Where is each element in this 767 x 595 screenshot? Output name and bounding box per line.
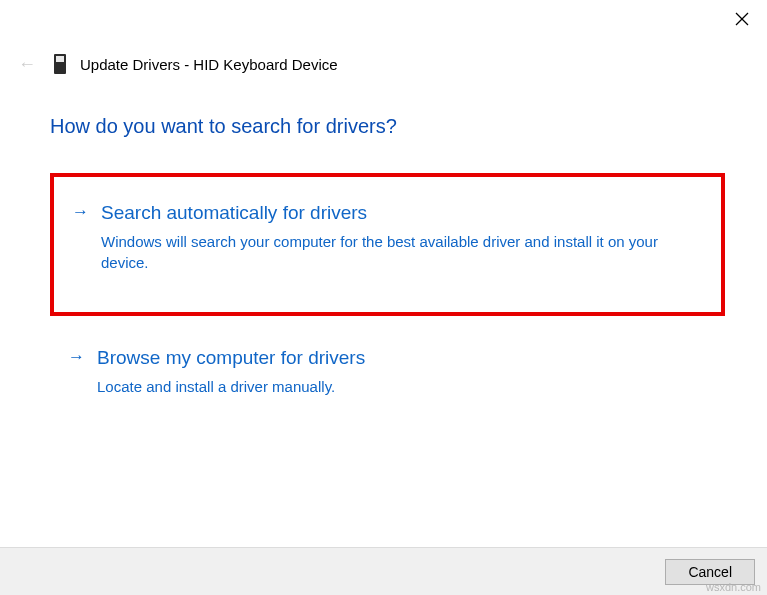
update-drivers-dialog: ← Update Drivers - HID Keyboard Device H… xyxy=(0,0,767,595)
option-title: Browse my computer for drivers xyxy=(97,346,699,371)
option-row: → Browse my computer for drivers Locate … xyxy=(68,346,699,397)
option-body: Browse my computer for drivers Locate an… xyxy=(97,346,699,397)
device-icon xyxy=(54,54,66,74)
dialog-footer: Cancel xyxy=(0,547,767,595)
close-icon xyxy=(735,12,749,26)
watermark: wsxdn.com xyxy=(706,581,761,593)
close-button[interactable] xyxy=(735,12,749,26)
option-description: Windows will search your computer for th… xyxy=(101,231,695,275)
option-browse-computer[interactable]: → Browse my computer for drivers Locate … xyxy=(50,324,725,419)
option-search-automatically[interactable]: → Search automatically for drivers Windo… xyxy=(50,173,725,316)
dialog-title: Update Drivers - HID Keyboard Device xyxy=(80,56,338,73)
option-row: → Search automatically for drivers Windo… xyxy=(72,201,695,274)
dialog-header: ← Update Drivers - HID Keyboard Device xyxy=(18,54,338,74)
option-title: Search automatically for drivers xyxy=(101,201,695,226)
back-arrow-icon: ← xyxy=(18,55,36,73)
option-description: Locate and install a driver manually. xyxy=(97,376,699,398)
main-question: How do you want to search for drivers? xyxy=(50,115,397,138)
option-body: Search automatically for drivers Windows… xyxy=(101,201,695,274)
arrow-right-icon: → xyxy=(72,201,89,223)
arrow-right-icon: → xyxy=(68,346,85,368)
